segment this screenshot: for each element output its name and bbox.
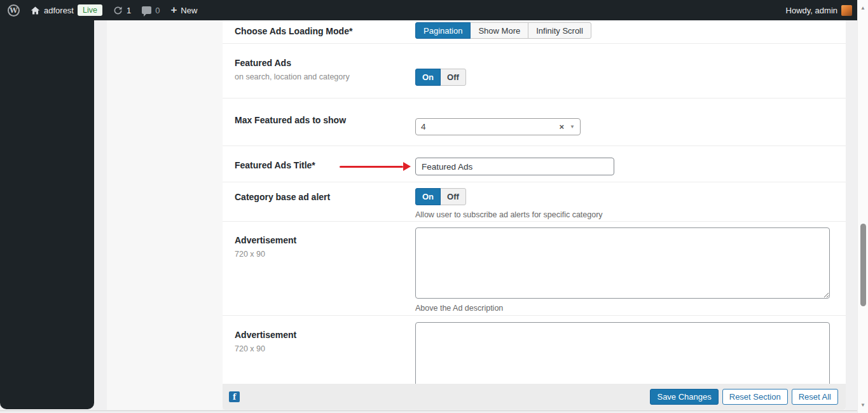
field-subtitle: on search, location and category [235,72,415,81]
ad-top-textarea[interactable] [415,227,830,299]
featured-ads-toggle: On Off [415,69,466,86]
scroll-up-icon[interactable]: ▲ [858,5,868,11]
comment-icon [142,6,151,14]
panel-footer: f Save Changes Reset Section Reset All [223,384,846,410]
new-label: New [181,6,197,15]
category-alert-on-button[interactable]: On [415,188,441,205]
annotation-arrow [340,162,411,171]
new-content-menu[interactable]: + New [170,6,197,15]
home-icon [31,6,40,15]
select-clear-icon[interactable]: × [559,122,564,132]
loading-mode-button-group: Pagination Show More Infinity Scroll [415,22,591,39]
loading-mode-option-infinity-scroll[interactable]: Infinity Scroll [528,22,591,39]
admin-bar: W adforest Live 1 0 + New Howdy, admin [0,0,857,20]
scrollbar-thumb[interactable] [860,224,866,306]
settings-panel: Choose Ads Loading Mode* Pagination Show… [223,20,846,410]
field-label: Max Featured ads to show [235,115,415,125]
field-description: Allow user to subscribe ad alerts for sp… [415,210,831,219]
field-subtitle: 720 x 90 [235,344,415,353]
settings-row-loading-mode: Choose Ads Loading Mode* Pagination Show… [223,20,846,44]
avatar [841,5,852,16]
facebook-icon[interactable]: f [229,391,240,402]
howdy-text: Howdy, admin [786,6,837,15]
category-alert-off-button[interactable]: Off [440,188,466,205]
admin-sidebar [0,20,94,409]
featured-ads-off-button[interactable]: Off [440,69,466,86]
wordpress-logo-icon: W [8,4,20,17]
comment-count: 0 [155,6,160,15]
wordpress-menu[interactable]: W [8,4,20,17]
loading-mode-option-pagination[interactable]: Pagination [415,22,471,39]
featured-title-input[interactable] [415,158,614,175]
scrollbar: ▲ ▼ [857,0,868,413]
chevron-down-icon: ▼ [570,124,575,130]
settings-row-category-alert: Category base ad alert On Off Allow user… [223,182,846,222]
comments-link[interactable]: 0 [142,6,160,15]
plus-icon: + [170,4,177,15]
updates-link[interactable]: 1 [113,6,131,15]
select-value: 4 [421,122,559,132]
max-featured-select[interactable]: 4 × ▼ [415,118,581,135]
category-alert-toggle: On Off [415,188,466,205]
field-label: Advertisement [235,330,415,340]
featured-ads-on-button[interactable]: On [415,69,441,86]
settings-row-max-featured: Max Featured ads to show 4 × ▼ [223,98,846,146]
reset-all-button[interactable]: Reset All [792,389,838,405]
settings-row-featured-title: Featured Ads Title* [223,146,846,182]
field-label: Advertisement [235,235,415,245]
live-badge: Live [78,4,102,16]
page-bottom-divider [0,410,857,411]
update-count: 1 [127,6,131,15]
site-link[interactable]: adforest Live [31,4,102,16]
admin-bar-right: Howdy, admin [786,5,857,16]
update-icon [113,6,123,15]
field-subtitle: 720 x 90 [235,250,415,259]
my-account-menu[interactable]: Howdy, admin [786,5,852,16]
options-sidebar [107,20,223,410]
settings-row-ad-top: Advertisement 720 x 90 Above the Ad desc… [223,222,846,316]
loading-mode-option-show-more[interactable]: Show More [470,22,528,39]
settings-row-featured-ads: Featured Ads on search, location and cat… [223,44,846,98]
admin-bar-left: W adforest Live 1 0 + New [0,4,197,17]
scroll-down-icon[interactable]: ▼ [858,402,868,408]
field-label: Featured Ads [235,58,415,68]
field-label: Choose Ads Loading Mode* [235,26,415,36]
field-description: Above the Ad description [415,304,831,313]
reset-section-button[interactable]: Reset Section [722,389,788,405]
site-name: adforest [44,6,74,15]
field-label: Category base ad alert [235,192,415,202]
save-changes-button[interactable]: Save Changes [650,389,718,405]
